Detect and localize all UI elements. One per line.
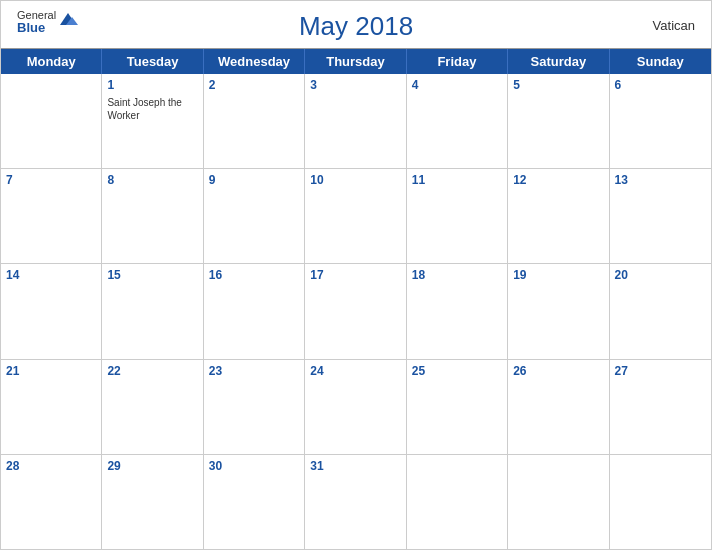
day-cell-w4-d4: 24 — [305, 360, 406, 454]
day-number: 4 — [412, 77, 502, 94]
day-number: 1 — [107, 77, 197, 94]
day-cell-w4-d1: 21 — [1, 360, 102, 454]
day-number: 22 — [107, 363, 197, 380]
week-row-1: 1Saint Joseph the Worker23456 — [1, 74, 711, 169]
day-cell-w2-d1: 7 — [1, 169, 102, 263]
day-cell-w2-d4: 10 — [305, 169, 406, 263]
day-number: 7 — [6, 172, 96, 189]
day-cell-w5-d5 — [407, 455, 508, 549]
day-cell-w2-d2: 8 — [102, 169, 203, 263]
day-cell-w3-d4: 17 — [305, 264, 406, 358]
country-label: Vatican — [653, 17, 695, 32]
week-row-3: 14151617181920 — [1, 264, 711, 359]
day-number: 16 — [209, 267, 299, 284]
day-cell-w5-d7 — [610, 455, 711, 549]
day-cell-w2-d6: 12 — [508, 169, 609, 263]
day-cell-w4-d3: 23 — [204, 360, 305, 454]
day-cell-w3-d6: 19 — [508, 264, 609, 358]
day-number: 24 — [310, 363, 400, 380]
day-cell-w1-d5: 4 — [407, 74, 508, 168]
day-cell-w4-d6: 26 — [508, 360, 609, 454]
day-cell-w5-d2: 29 — [102, 455, 203, 549]
calendar-header: General Blue May 2018 Vatican — [1, 1, 711, 48]
day-number: 10 — [310, 172, 400, 189]
day-cell-w5-d6 — [508, 455, 609, 549]
week-row-5: 28293031 — [1, 455, 711, 549]
day-cell-w1-d2: 1Saint Joseph the Worker — [102, 74, 203, 168]
day-number: 13 — [615, 172, 706, 189]
header-saturday: Saturday — [508, 49, 609, 74]
header-friday: Friday — [407, 49, 508, 74]
day-cell-w3-d5: 18 — [407, 264, 508, 358]
day-cell-w4-d5: 25 — [407, 360, 508, 454]
day-cell-w3-d1: 14 — [1, 264, 102, 358]
header-sunday: Sunday — [610, 49, 711, 74]
day-cell-w5-d3: 30 — [204, 455, 305, 549]
calendar-grid: Monday Tuesday Wednesday Thursday Friday… — [1, 48, 711, 549]
day-number: 30 — [209, 458, 299, 475]
day-number: 27 — [615, 363, 706, 380]
logo-area: General Blue — [17, 9, 78, 34]
day-number: 21 — [6, 363, 96, 380]
day-number: 19 — [513, 267, 603, 284]
day-number: 3 — [310, 77, 400, 94]
week-row-2: 78910111213 — [1, 169, 711, 264]
day-number: 31 — [310, 458, 400, 475]
day-number: 26 — [513, 363, 603, 380]
day-number: 15 — [107, 267, 197, 284]
day-headers-row: Monday Tuesday Wednesday Thursday Friday… — [1, 49, 711, 74]
header-tuesday: Tuesday — [102, 49, 203, 74]
header-thursday: Thursday — [305, 49, 406, 74]
day-number: 18 — [412, 267, 502, 284]
day-cell-w3-d7: 20 — [610, 264, 711, 358]
day-number: 5 — [513, 77, 603, 94]
day-cell-w4-d7: 27 — [610, 360, 711, 454]
day-cell-w3-d2: 15 — [102, 264, 203, 358]
calendar-container: General Blue May 2018 Vatican Monday Tue… — [0, 0, 712, 550]
day-number: 23 — [209, 363, 299, 380]
header-monday: Monday — [1, 49, 102, 74]
day-cell-w4-d2: 22 — [102, 360, 203, 454]
calendar-title: May 2018 — [299, 11, 413, 42]
week-row-4: 21222324252627 — [1, 360, 711, 455]
day-cell-w1-d6: 5 — [508, 74, 609, 168]
day-number: 20 — [615, 267, 706, 284]
logo-mountain-icon — [58, 11, 78, 27]
day-cell-w1-d3: 2 — [204, 74, 305, 168]
day-number: 11 — [412, 172, 502, 189]
day-cell-w1-d4: 3 — [305, 74, 406, 168]
day-cell-w3-d3: 16 — [204, 264, 305, 358]
day-event: Saint Joseph the Worker — [107, 96, 197, 122]
logo-blue: Blue — [17, 21, 56, 34]
day-cell-w2-d7: 13 — [610, 169, 711, 263]
day-cell-w2-d3: 9 — [204, 169, 305, 263]
day-cell-w1-d7: 6 — [610, 74, 711, 168]
day-number: 17 — [310, 267, 400, 284]
day-cell-w5-d1: 28 — [1, 455, 102, 549]
day-cell-w1-d1 — [1, 74, 102, 168]
day-number: 8 — [107, 172, 197, 189]
day-number: 14 — [6, 267, 96, 284]
day-number: 9 — [209, 172, 299, 189]
day-number: 12 — [513, 172, 603, 189]
day-number: 28 — [6, 458, 96, 475]
day-number: 25 — [412, 363, 502, 380]
day-cell-w2-d5: 11 — [407, 169, 508, 263]
day-number: 29 — [107, 458, 197, 475]
header-wednesday: Wednesday — [204, 49, 305, 74]
day-number: 2 — [209, 77, 299, 94]
day-cell-w5-d4: 31 — [305, 455, 406, 549]
day-number: 6 — [615, 77, 706, 94]
weeks-container: 1Saint Joseph the Worker2345678910111213… — [1, 74, 711, 549]
